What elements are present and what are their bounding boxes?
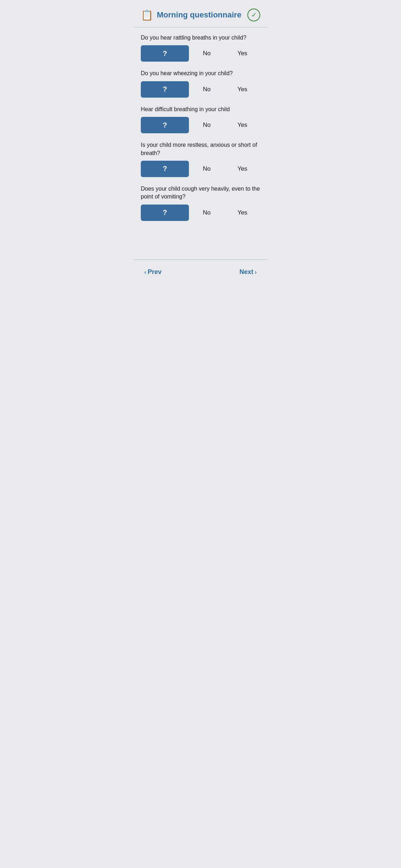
prev-label: Prev <box>148 268 161 276</box>
no-option-2[interactable]: No <box>189 86 225 93</box>
no-option-3[interactable]: No <box>189 122 225 129</box>
unknown-button-2[interactable]: ? <box>141 81 189 98</box>
answer-row-1: ? No Yes <box>141 45 260 62</box>
question-block-4: Is your child more restless, anxious or … <box>141 141 260 177</box>
unknown-button-3[interactable]: ? <box>141 117 189 133</box>
prev-button[interactable]: ‹ Prev <box>144 265 161 279</box>
footer: ‹ Prev Next › <box>134 259 267 289</box>
yes-option-4[interactable]: Yes <box>225 165 260 172</box>
answer-row-5: ? No Yes <box>141 205 260 221</box>
chevron-left-icon: ‹ <box>144 269 146 275</box>
answer-row-2: ? No Yes <box>141 81 260 98</box>
answer-row-3: ? No Yes <box>141 117 260 133</box>
no-option-1[interactable]: No <box>189 50 225 57</box>
unknown-button-5[interactable]: ? <box>141 205 189 221</box>
yes-option-2[interactable]: Yes <box>225 86 260 93</box>
no-option-4[interactable]: No <box>189 165 225 172</box>
answer-row-4: ? No Yes <box>141 161 260 177</box>
yes-option-3[interactable]: Yes <box>225 122 260 129</box>
yes-option-1[interactable]: Yes <box>225 50 260 57</box>
question-block-3: Hear difficult breathing in your child ?… <box>141 105 260 133</box>
question-text-1: Do you hear rattling breaths in your chi… <box>141 34 260 42</box>
unknown-button-1[interactable]: ? <box>141 45 189 62</box>
header-left: 📋 Morning questionnaire <box>141 9 241 21</box>
no-option-5[interactable]: No <box>189 209 225 216</box>
question-text-2: Do you hear wheezing in your child? <box>141 69 260 77</box>
document-icon: 📋 <box>141 9 153 21</box>
question-block-1: Do you hear rattling breaths in your chi… <box>141 34 260 62</box>
question-text-5: Does your child cough very heavily, even… <box>141 185 260 201</box>
question-block-5: Does your child cough very heavily, even… <box>141 185 260 221</box>
page-title: Morning questionnaire <box>157 10 241 20</box>
chevron-right-icon: › <box>255 269 257 275</box>
questions-content: Do you hear rattling breaths in your chi… <box>134 27 267 259</box>
check-icon: ✓ <box>247 9 260 21</box>
question-text-3: Hear difficult breathing in your child <box>141 105 260 113</box>
question-block-2: Do you hear wheezing in your child? ? No… <box>141 69 260 97</box>
question-text-4: Is your child more restless, anxious or … <box>141 141 260 157</box>
yes-option-5[interactable]: Yes <box>225 209 260 216</box>
unknown-button-4[interactable]: ? <box>141 161 189 177</box>
header: 📋 Morning questionnaire ✓ <box>134 0 267 27</box>
next-button[interactable]: Next › <box>240 265 257 279</box>
next-label: Next <box>240 268 253 276</box>
